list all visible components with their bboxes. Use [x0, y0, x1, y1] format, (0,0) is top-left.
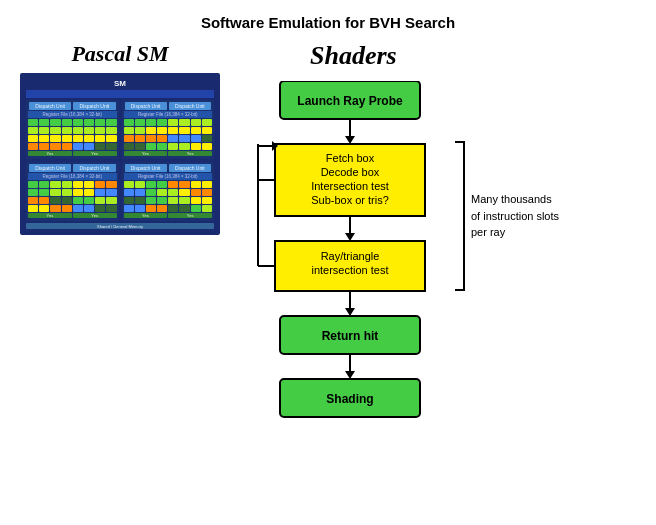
sm-quadrant-4: Dispatch Unit Dispatch Unit Register Fil… [122, 162, 215, 221]
sm-quadrant-container: Dispatch Unit Dispatch Unit Register Fil… [26, 100, 214, 221]
svg-marker-3 [345, 136, 355, 144]
shaders-section: Shaders Launch Ray Probe Fetch box Decod… [250, 41, 646, 485]
page-title: Software Emulation for BVH Search [0, 0, 656, 41]
svg-text:Decode box: Decode box [321, 166, 380, 178]
svg-text:Return hit: Return hit [322, 329, 379, 343]
flowchart-svg: Launch Ray Probe Fetch box Decode box In… [250, 81, 450, 481]
sm-bottom-text: Shared / General Memory [97, 224, 143, 229]
sm-bottom-bar: Shared / General Memory [26, 223, 214, 229]
shaders-title: Shaders [310, 41, 397, 71]
sm-quad-header-1: Dispatch Unit Dispatch Unit [28, 102, 117, 110]
svg-text:Fetch box: Fetch box [326, 152, 375, 164]
sm-top-bar [26, 90, 214, 98]
svg-marker-14 [345, 233, 355, 241]
sm-quad-header-3: Dispatch Unit Dispatch Unit [28, 164, 117, 172]
side-note-text: Many thousands of instruction slots per … [471, 191, 559, 241]
flowchart-area: Launch Ray Probe Fetch box Decode box In… [250, 81, 450, 485]
svg-text:Ray/triangle: Ray/triangle [321, 250, 380, 262]
svg-text:Intersection test: Intersection test [311, 180, 389, 192]
svg-text:Shading: Shading [326, 392, 373, 406]
flowchart-with-note: Launch Ray Probe Fetch box Decode box In… [250, 81, 559, 485]
sm-quadrant-3: Dispatch Unit Dispatch Unit Register Fil… [26, 162, 119, 221]
side-brace [455, 141, 465, 291]
sm-quadrant-1: Dispatch Unit Dispatch Unit Register Fil… [26, 100, 119, 159]
main-content: Pascal SM SM Dispatch Unit Dispatch Unit… [0, 41, 656, 485]
sm-quad-header-4: Dispatch Unit Dispatch Unit [124, 164, 213, 172]
pascal-sm-title: Pascal SM [71, 41, 168, 67]
svg-text:intersection test: intersection test [311, 264, 388, 276]
sm-label: SM [26, 79, 214, 88]
side-note-container: Many thousands of instruction slots per … [455, 141, 559, 291]
svg-text:Sub-box or tris?: Sub-box or tris? [311, 194, 389, 206]
pascal-section: Pascal SM SM Dispatch Unit Dispatch Unit… [10, 41, 230, 235]
svg-marker-21 [345, 308, 355, 316]
sm-diagram: SM Dispatch Unit Dispatch Unit Register … [20, 73, 220, 235]
sm-quad-header-2: Dispatch Unit Dispatch Unit [124, 102, 213, 110]
svg-marker-25 [345, 371, 355, 379]
svg-text:Launch Ray Probe: Launch Ray Probe [297, 94, 403, 108]
sm-quadrant-2: Dispatch Unit Dispatch Unit Register Fil… [122, 100, 215, 159]
